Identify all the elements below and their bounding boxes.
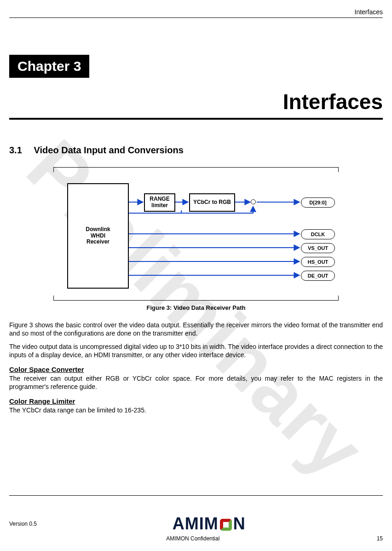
chapter-banner: Chapter 3 (9, 55, 89, 78)
section-title: Video Data Input and Conversions (34, 145, 184, 155)
footer-version: Version 0.5 (9, 521, 37, 527)
section-number: 3.1 (9, 145, 31, 156)
block-range-limiter: RANGE limiter (144, 193, 175, 212)
footer: Version 0.5 AMIMN . AMIMON Confidential … (9, 495, 383, 551)
paragraph-1: Figure 3 shows the basic control over th… (9, 321, 383, 337)
subheading-color-space: Color Space Converter (9, 365, 383, 373)
mux-node (251, 199, 256, 204)
section-heading: 3.1 Video Data Input and Conversions (9, 145, 383, 156)
chapter-title: Interfaces (9, 89, 383, 114)
pin-hs-out: HS_OUT (301, 257, 335, 267)
footer-confidential: AMIMON Confidential (9, 535, 377, 542)
pin-vs-out: VS_OUT (301, 243, 335, 253)
figure-caption: Figure 3: Video Data Receiver Path (9, 304, 383, 311)
pin-dclk: DCLK (301, 229, 335, 239)
figure-diagram: Downlink WHDI Receiver RANGE limiter YCb… (49, 167, 343, 301)
logo-ring-icon (220, 519, 232, 531)
subtext-color-range: The YCbCr data range can be limited to 1… (9, 406, 383, 415)
header-section-label: Interfaces (9, 8, 383, 16)
subtext-color-space: The receiver can output either RGB or YC… (9, 375, 383, 391)
brand-logo: AMIMN (37, 514, 381, 534)
pin-de-out: DE_OUT (301, 271, 335, 281)
pin-data-bus: D[29:0] (301, 197, 335, 208)
footer-page-number: 15 (377, 535, 383, 542)
block-receiver: Downlink WHDI Receiver (67, 183, 129, 289)
block-ycbcr-to-rgb: YCbCr to RGB (189, 193, 235, 212)
header-rule (9, 17, 383, 18)
chapter-rule (9, 118, 383, 120)
subheading-color-range: Color Range Limiter (9, 397, 383, 405)
paragraph-2: The video output data is uncompressed di… (9, 343, 383, 359)
